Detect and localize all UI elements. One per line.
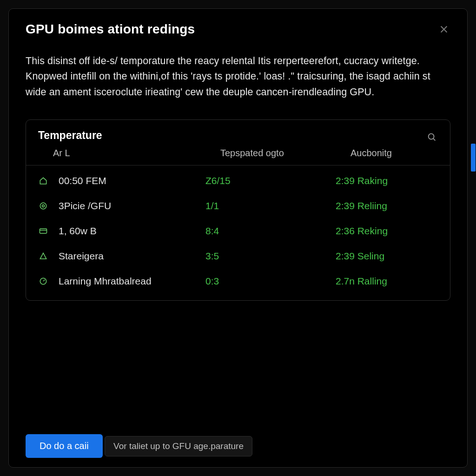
svg-point-0 — [429, 134, 434, 139]
dialog: GPU boimes ationt redings This disinst o… — [8, 8, 468, 468]
dialog-description: This disinst off ide-s/ temporature the … — [26, 53, 450, 100]
close-button[interactable] — [437, 23, 450, 36]
row-label: 00:50 FEM — [59, 175, 205, 186]
panel-header: Temperature — [26, 120, 450, 143]
footer-hint: Vor taliet up to GFU age.parature — [105, 436, 252, 456]
row-value-2: 2:36 Reking — [336, 225, 438, 237]
panel-title: Temperature — [38, 129, 102, 142]
row-value-1: 0:3 — [205, 276, 336, 287]
table-row[interactable]: 3Picie /GFU1/12:39 Reliing — [26, 193, 450, 218]
row-label: 1, 60w B — [59, 225, 205, 237]
table-row[interactable]: 1, 60w B8:42:36 Reking — [26, 218, 450, 244]
row-value-1: 8:4 — [205, 225, 336, 237]
search-button[interactable] — [427, 132, 438, 143]
svg-point-1 — [40, 203, 46, 209]
temperature-panel: Temperature Ar L Tepspated ogto Aucbonit… — [26, 119, 450, 301]
col-0: Ar L — [53, 148, 220, 159]
dialog-footer: Do do a caii Vor taliet up to GFU age.pa… — [26, 415, 450, 458]
col-1: Tepspated ogto — [220, 148, 350, 159]
table-row[interactable]: Larning Mhratbalread0:32.7n Ralling — [26, 269, 450, 294]
row-value-1: 1/1 — [205, 200, 336, 212]
svg-point-2 — [42, 205, 45, 207]
row-value-1: Z6/15 — [205, 175, 336, 186]
dialog-header: GPU boimes ationt redings — [26, 22, 450, 37]
card-icon — [38, 226, 48, 236]
svg-rect-3 — [40, 229, 47, 233]
gauge-icon — [38, 276, 48, 286]
target-icon — [38, 201, 48, 211]
triangle-icon — [38, 251, 48, 261]
house-icon — [38, 176, 48, 186]
row-label: Larning Mhratbalread — [59, 276, 205, 287]
row-value-2: 2:39 Seling — [336, 251, 438, 262]
row-value-2: 2.7n Ralling — [336, 276, 438, 287]
table-row[interactable]: 00:50 FEMZ6/152:39 Raking — [26, 168, 450, 193]
table-body: 00:50 FEMZ6/152:39 Raking3Picie /GFU1/12… — [26, 165, 450, 300]
table-row[interactable]: Stareigera3:52:39 Seling — [26, 244, 450, 269]
panel-columns: Ar L Tepspated ogto Aucbonitg — [26, 143, 450, 165]
dialog-title: GPU boimes ationt redings — [26, 22, 195, 37]
row-label: Stareigera — [59, 251, 205, 262]
row-value-2: 2:39 Reliing — [336, 200, 438, 212]
close-icon — [439, 24, 449, 34]
row-value-1: 3:5 — [205, 251, 336, 262]
scroll-accent — [471, 144, 476, 172]
row-value-2: 2:39 Raking — [336, 175, 438, 186]
primary-action-button[interactable]: Do do a caii — [26, 434, 103, 458]
col-2: Aucbonitg — [350, 148, 438, 159]
row-label: 3Picie /GFU — [59, 200, 205, 212]
search-icon — [427, 132, 437, 142]
